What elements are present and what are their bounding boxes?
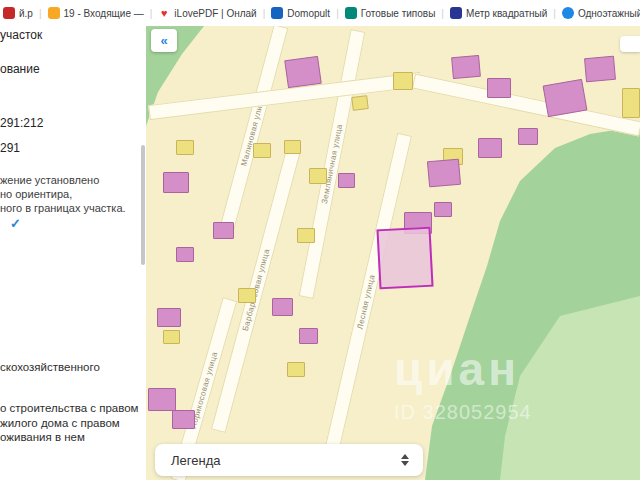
bookmark-label: iLovePDF | Онлай (174, 8, 256, 19)
building-pink (434, 202, 452, 217)
sidebar-plot-title: участок (0, 28, 42, 42)
building-yellow (297, 228, 315, 243)
building-pink (148, 388, 176, 411)
building-yellow (284, 140, 301, 154)
cadastral-number: 291:212 (0, 116, 43, 130)
permitted-use-line: оживания в нем (0, 431, 85, 443)
building-pink (478, 138, 502, 158)
bookmark-item[interactable]: й.р (3, 7, 33, 19)
bookmark-label: й.р (19, 8, 33, 19)
land-category-line: скохозяйственного (0, 361, 100, 373)
building-yellow (287, 362, 305, 377)
bookmark-favicon (345, 7, 357, 19)
building-pink (172, 410, 195, 429)
sidebar-usage-label: ование (0, 62, 40, 76)
legend-dropdown[interactable]: Легенда (155, 444, 423, 476)
collapse-panel-button[interactable]: « (151, 29, 177, 52)
map-control-partial[interactable] (620, 36, 640, 52)
bookmark-favicon (3, 7, 15, 19)
bookmark-separator: | (553, 8, 556, 19)
bookmark-separator: | (263, 8, 266, 19)
map-canvas[interactable]: Малиновая улицаЗемляничная улицаБарбарис… (146, 26, 640, 480)
bookmark-favicon (271, 7, 283, 19)
building-pink (299, 328, 318, 344)
sidebar-scrollbar[interactable] (141, 145, 145, 265)
legend-label: Легенда (155, 453, 220, 468)
chevron-up-down-icon (401, 454, 409, 466)
building-pink (157, 308, 181, 327)
bookmark-item[interactable]: Одноэтажный Д (562, 7, 640, 19)
building-pink (284, 56, 322, 88)
chevron-left-double-icon: « (160, 33, 167, 48)
cadastral-number-short: 291 (0, 141, 20, 155)
bookmark-favicon (450, 7, 462, 19)
building-pink (163, 172, 189, 193)
building-pink (338, 173, 355, 188)
browser-window: й.р|19 - Входящие —|♥iLovePDF | Онлай|Do… (0, 0, 640, 480)
bookmark-item[interactable]: Метр квадратный (450, 7, 547, 19)
location-note-line: жение установлено (0, 174, 99, 186)
bookmark-separator: | (441, 8, 444, 19)
sidebar-panel: участок ование 291:212 291 жение установ… (0, 26, 146, 480)
check-icon: ✓ (10, 216, 21, 231)
permitted-use-line: о строительства с правом (0, 402, 139, 414)
building-pink (451, 55, 481, 79)
bookmark-label: Одноэтажный Д (578, 8, 640, 19)
building-yellow (309, 168, 327, 184)
building-pink (487, 78, 511, 98)
bookmark-separator: | (336, 8, 339, 19)
bookmark-favicon (48, 7, 60, 19)
building-pink (213, 222, 234, 239)
bookmarks-bar: й.р|19 - Входящие —|♥iLovePDF | Онлай|Do… (0, 0, 640, 27)
location-note-line: но ориентира, (0, 188, 72, 200)
bookmark-label: 19 - Входящие — (64, 8, 144, 19)
building-yellow (238, 288, 256, 303)
building-yellow (176, 140, 194, 155)
bookmark-favicon (562, 7, 574, 19)
building-yellow (393, 72, 413, 90)
building-yellow (253, 143, 271, 158)
building-yellow (163, 330, 180, 344)
building-pink (518, 128, 538, 145)
building-yellow (351, 95, 369, 111)
building-pink (427, 159, 461, 188)
building-pink (543, 79, 588, 117)
selected-parcel-highlight[interactable] (376, 227, 433, 290)
bookmark-item[interactable]: ♥iLovePDF | Онлай (158, 7, 256, 19)
bookmark-label: Domopult (287, 8, 330, 19)
permitted-use-line: жилого дома с правом (0, 417, 120, 429)
bookmark-separator: | (150, 8, 153, 19)
building-yellow (622, 88, 640, 118)
bookmark-label: Готовые типовы (361, 8, 436, 19)
building-pink (272, 298, 293, 316)
bookmark-favicon: ♥ (158, 7, 170, 19)
bookmark-item[interactable]: 19 - Входящие — (48, 7, 144, 19)
bookmark-label: Метр квадратный (466, 8, 547, 19)
bookmark-item[interactable]: Domopult (271, 7, 330, 19)
bookmark-separator: | (39, 8, 42, 19)
building-pink (584, 56, 616, 83)
building-pink (176, 247, 194, 262)
location-note-line: ного в границах участка. (0, 202, 126, 214)
bookmark-item[interactable]: Готовые типовы (345, 7, 436, 19)
